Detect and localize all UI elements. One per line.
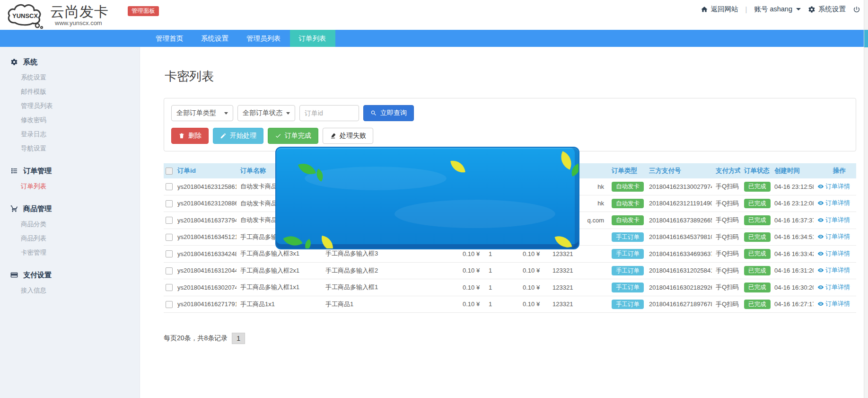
sidebar-item-0-3[interactable]: 修改密码	[0, 113, 140, 127]
col-header-pay-no: 三方支付号	[645, 163, 712, 178]
order-detail-link[interactable]: 订单详情	[817, 182, 850, 191]
order-detail-label: 订单详情	[825, 249, 850, 258]
nav-tab-1[interactable]: 系统设置	[192, 30, 237, 47]
sidebar-item-3-0[interactable]: 接入信息	[0, 283, 140, 298]
pay-no-cell: 2018041623130027974	[645, 178, 712, 195]
order-detail-label: 订单详情	[825, 300, 850, 308]
order-status-badge: 已完成	[744, 283, 771, 292]
row-checkbox[interactable]	[166, 267, 173, 274]
scrollbar-track[interactable]	[864, 0, 868, 398]
created-time-cell: 04-16 16:27:17	[771, 296, 814, 313]
order-detail-link[interactable]: 订单详情	[817, 216, 850, 224]
order-type-select[interactable]: 全部订单类型	[171, 105, 233, 121]
order-id-cell: ys2018041616373794565	[174, 212, 237, 229]
action-row: 删除 开始处理 订单完成 处理失败	[171, 128, 849, 144]
eye-icon	[817, 183, 824, 190]
search-button[interactable]: 立即查询	[363, 105, 414, 121]
system-settings-link[interactable]: 系统设置	[808, 5, 846, 14]
site-name: 云尚发卡	[50, 5, 109, 19]
order-id-input[interactable]	[299, 105, 359, 121]
order-row-6: ys2018041616302074378手工商品多输入框1x1手工商品多输入框…	[164, 279, 856, 296]
delete-button[interactable]: 删除	[171, 128, 209, 144]
sidebar: 系统系统设置邮件模版管理员列表修改密码登录日志导航设置订单管理订单列表商品管理商…	[0, 47, 140, 398]
row-checkbox[interactable]	[166, 183, 173, 190]
sidebar-section-title-1[interactable]: 订单管理	[0, 164, 140, 177]
sidebar-item-2-1[interactable]: 商品列表	[0, 231, 140, 246]
sidebar-item-2-2[interactable]: 卡密管理	[0, 246, 140, 260]
order-id-cell: ys2018041616334248193	[174, 246, 237, 263]
pay-no-cell: 2018041616345379810	[645, 229, 712, 246]
eye-icon	[817, 267, 824, 274]
row-checkbox[interactable]	[166, 250, 173, 257]
order-status-select[interactable]: 全部订单状态	[237, 105, 295, 121]
account-label: 账号 ashang	[754, 5, 792, 14]
back-to-site-link[interactable]: 返回网站	[701, 5, 738, 14]
row-checkbox[interactable]	[166, 200, 173, 207]
row-checkbox[interactable]	[166, 217, 173, 224]
order-id-cell: ys2018041616271791116	[174, 296, 237, 313]
topbar-divider: |	[745, 6, 747, 13]
process-fail-button[interactable]: 处理失败	[323, 128, 373, 144]
row-checkbox[interactable]	[166, 301, 173, 308]
back-to-site-label: 返回网站	[711, 5, 738, 14]
order-status-badge: 已完成	[744, 182, 771, 192]
total-price-cell: 0.10 ¥	[519, 279, 549, 296]
trash-icon	[178, 133, 185, 139]
sidebar-item-0-5[interactable]: 导航设置	[0, 142, 140, 156]
sidebar-section-title-2[interactable]: 商品管理	[0, 202, 140, 215]
sidebar-item-0-1[interactable]: 邮件模版	[0, 85, 140, 99]
search-button-label: 立即查询	[380, 109, 407, 117]
order-detail-link[interactable]: 订单详情	[817, 232, 850, 241]
quantity-cell: 1	[485, 296, 519, 313]
pagination: 每页20条，共8条记录 1	[164, 333, 868, 344]
eraser-icon	[330, 133, 336, 139]
order-detail-label: 订单详情	[825, 283, 850, 292]
nav-tab-0[interactable]: 管理首页	[147, 30, 192, 47]
order-detail-link[interactable]: 订单详情	[817, 249, 850, 258]
sidebar-item-0-0[interactable]: 系统设置	[0, 71, 140, 85]
created-time-cell: 04-16 23:12:58	[771, 178, 814, 195]
nav-tab-2[interactable]: 管理员列表	[237, 30, 290, 47]
col-header-order-status: 订单状态	[740, 163, 771, 178]
order-detail-link[interactable]: 订单详情	[817, 300, 850, 308]
scrollbar-thumb[interactable]	[864, 30, 868, 47]
filter-row: 全部订单类型 全部订单状态 立即查询	[171, 105, 849, 121]
created-time-cell: 04-16 16:37:37	[771, 212, 814, 229]
site-logo[interactable]: YUNSCX 云尚发卡 www.yunscx.com	[0, 0, 109, 29]
order-row-5: ys2018041616312044661手工商品多输入框2x1手工商品多输入框…	[164, 262, 856, 279]
order-detail-link[interactable]: 订单详情	[817, 199, 850, 207]
account-dropdown[interactable]: 账号 ashang	[754, 5, 801, 14]
pay-method-cell: 手Q扫码	[712, 178, 740, 195]
row-checkbox[interactable]	[166, 234, 173, 241]
order-status-badge: 已完成	[744, 232, 771, 242]
eye-icon	[817, 301, 824, 307]
main-navbar: 管理首页系统设置管理员列表订单列表	[0, 30, 868, 47]
row-checkbox[interactable]	[166, 284, 173, 291]
select-all-checkbox[interactable]	[166, 168, 173, 175]
delete-button-label: 删除	[188, 132, 202, 140]
order-complete-button[interactable]: 订单完成	[268, 128, 318, 144]
sidebar-item-0-2[interactable]: 管理员列表	[0, 99, 140, 113]
eye-icon	[817, 284, 824, 291]
pay-method-cell: 手Q扫码	[712, 212, 740, 229]
order-status-badge: 已完成	[744, 199, 771, 209]
sidebar-item-2-0[interactable]: 商品分类	[0, 217, 140, 231]
sidebar-section-title-0[interactable]: 系统	[0, 55, 140, 69]
logout-power-button[interactable]	[853, 6, 860, 13]
credit-card-icon	[10, 271, 18, 279]
leaf-decoration	[320, 236, 335, 249]
sidebar-item-1-0[interactable]: 订单列表	[0, 179, 140, 194]
list-icon	[10, 167, 18, 175]
order-detail-link[interactable]: 订单详情	[817, 283, 850, 292]
leaf-decoration	[302, 239, 314, 249]
pay-method-cell: 手Q扫码	[712, 296, 740, 313]
sidebar-item-0-4[interactable]: 登录日志	[0, 127, 140, 142]
page-number-button[interactable]: 1	[232, 333, 245, 344]
start-process-button[interactable]: 开始处理	[213, 128, 263, 144]
check-icon	[275, 133, 281, 139]
sidebar-section-title-3[interactable]: 支付设置	[0, 268, 140, 282]
nav-tab-3[interactable]: 订单列表	[290, 30, 335, 47]
order-type-badge: 自动发卡	[612, 182, 644, 192]
col-header-action: 操作	[814, 163, 856, 178]
order-detail-link[interactable]: 订单详情	[817, 266, 850, 274]
